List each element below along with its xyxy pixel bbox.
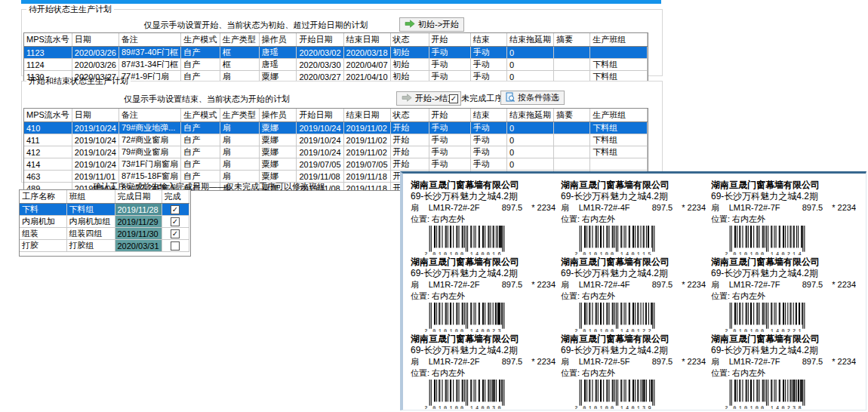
table-row[interactable]: 内扇机加内扇机加组2019/11/29✓ bbox=[20, 216, 189, 228]
table-row[interactable]: 4122019/10/2479#商业窗扇自产扇粟娜2019/10/242019/… bbox=[24, 146, 648, 158]
column-header[interactable]: 结束日期 bbox=[343, 109, 390, 122]
column-header[interactable]: 生产班组 bbox=[590, 109, 648, 122]
svg-text:1: 1 bbox=[589, 405, 592, 409]
svg-text:0: 0 bbox=[444, 328, 447, 332]
column-header[interactable]: 完成日期 bbox=[115, 190, 162, 204]
column-header[interactable]: 生产类型 bbox=[220, 109, 259, 122]
table-row[interactable]: 组装组装四组2019/11/30✓ bbox=[20, 228, 189, 240]
width-value: 897.5 bbox=[802, 202, 833, 214]
column-header[interactable]: 生产模式 bbox=[181, 109, 220, 122]
column-header[interactable]: 完成 bbox=[162, 190, 189, 204]
table-cell: 2019/10/24 bbox=[72, 122, 119, 134]
table-cell: 框 bbox=[220, 47, 259, 59]
svg-text:0: 0 bbox=[460, 405, 463, 409]
table-row[interactable]: 11232020/03/2689#37-40F门框自产框唐瑶2020/03/02… bbox=[24, 47, 648, 59]
location-line: 位置: 右内左外 bbox=[711, 367, 856, 379]
model-code: LM1R-72#-5F bbox=[579, 356, 652, 367]
column-header[interactable]: 结束拖延期 bbox=[506, 33, 553, 47]
table-cell bbox=[553, 134, 589, 146]
column-header[interactable]: 摘要 bbox=[553, 109, 589, 122]
svg-text:1: 1 bbox=[771, 405, 774, 409]
table-cell: 1123 bbox=[24, 47, 72, 59]
svg-text:1: 1 bbox=[492, 251, 495, 255]
column-header[interactable]: 开始 bbox=[429, 33, 470, 47]
svg-text:0: 0 bbox=[611, 328, 614, 332]
table-cell: 2020/03/30 bbox=[297, 59, 343, 71]
checkbox-icon[interactable]: ✓ bbox=[171, 229, 180, 238]
svg-text:2: 2 bbox=[424, 405, 427, 409]
done-cell[interactable] bbox=[162, 240, 189, 252]
initial-to-start-button[interactable]: 初始->开始 bbox=[399, 17, 464, 32]
svg-text:0: 0 bbox=[605, 328, 608, 332]
svg-text:0: 0 bbox=[756, 328, 759, 332]
column-header[interactable]: 开始日期 bbox=[297, 33, 343, 47]
column-header[interactable]: 班组 bbox=[66, 190, 115, 204]
table-row[interactable]: 打胶打胶组2020/03/31 bbox=[20, 240, 189, 252]
column-header[interactable]: 开始日期 bbox=[297, 109, 343, 122]
table-cell: 扇 bbox=[220, 158, 259, 171]
svg-text:0: 0 bbox=[594, 251, 597, 255]
column-header[interactable]: 日期 bbox=[72, 109, 119, 122]
checkbox-icon[interactable]: ✓ bbox=[449, 94, 458, 103]
count-value: * 2234 bbox=[682, 279, 706, 291]
column-header[interactable]: 状态 bbox=[390, 33, 429, 47]
table-row[interactable]: 4142019/10/2473#1F门扇窗扇自产扇粟娜2019/07/05201… bbox=[24, 158, 648, 171]
table-cell: 2019/07/05 bbox=[343, 158, 390, 171]
column-header[interactable]: 备注 bbox=[119, 33, 180, 47]
project-name: 69-长沙万科魅力之城4.2期 bbox=[411, 191, 556, 202]
table-row[interactable]: 4112019/10/2472#商业窗扇自产扇粟娜2019/10/242019/… bbox=[24, 134, 648, 146]
table-row[interactable]: 下料下料组2019/11/28✓ bbox=[20, 204, 189, 216]
svg-text:1: 1 bbox=[449, 251, 452, 255]
done-cell[interactable]: ✓ bbox=[162, 204, 189, 216]
checkbox-icon[interactable]: ✓ bbox=[171, 217, 180, 226]
svg-text:1: 1 bbox=[439, 251, 442, 255]
count-value: * 2234 bbox=[832, 279, 856, 291]
column-header[interactable]: 备注 bbox=[119, 109, 180, 122]
svg-text:0: 0 bbox=[761, 405, 764, 409]
company-name: 湖南亘晟门窗幕墙有限公司 bbox=[561, 180, 706, 191]
svg-text:4: 4 bbox=[476, 251, 479, 255]
table-row[interactable]: 4102019/10/2479#商业地弹...自产扇粟娜2019/10/2420… bbox=[24, 122, 648, 134]
column-header[interactable]: 结束拖延期 bbox=[506, 109, 553, 122]
svg-text:1: 1 bbox=[739, 251, 742, 255]
column-header[interactable]: 结束日期 bbox=[343, 33, 390, 47]
table-cell: 73#1F门扇窗扇 bbox=[119, 158, 180, 171]
table-cell: 自产 bbox=[181, 158, 220, 171]
column-header[interactable]: 摘要 bbox=[553, 33, 589, 47]
table-cell: 开始 bbox=[390, 134, 429, 146]
table-cell: 412 bbox=[24, 146, 72, 158]
column-header[interactable]: 状态 bbox=[390, 109, 429, 122]
table-cell: 开始 bbox=[390, 158, 429, 171]
column-header[interactable]: MPS流水号 bbox=[24, 33, 72, 47]
column-header[interactable]: 工序名称 bbox=[20, 190, 66, 204]
barcode-label: 湖南亘晟门窗幕墙有限公司69-长沙万科魅力之城4.2期扇LM1R-72#-7F8… bbox=[711, 334, 856, 409]
table-cell: 自产 bbox=[181, 146, 220, 158]
done-cell[interactable]: ✓ bbox=[162, 216, 189, 228]
column-header[interactable]: 操作员 bbox=[259, 33, 297, 47]
column-header[interactable]: 结束 bbox=[470, 33, 506, 47]
svg-text:4: 4 bbox=[776, 405, 779, 409]
column-header[interactable]: MPS流水号 bbox=[24, 109, 72, 122]
svg-text:1: 1 bbox=[439, 328, 442, 332]
column-header[interactable]: 操作员 bbox=[259, 109, 297, 122]
project-name: 69-长沙万科魅力之城4.2期 bbox=[411, 345, 556, 356]
checkbox-icon[interactable]: ✓ bbox=[171, 205, 180, 214]
unfinished-process-checkbox[interactable]: ✓ 未完成工序 bbox=[449, 93, 503, 104]
column-header[interactable]: 结束 bbox=[470, 109, 506, 122]
column-header[interactable]: 日期 bbox=[72, 33, 119, 47]
column-header[interactable]: 生产模式 bbox=[181, 33, 220, 47]
svg-text:0: 0 bbox=[455, 405, 458, 409]
svg-text:1: 1 bbox=[798, 328, 801, 332]
svg-text:0: 0 bbox=[444, 251, 447, 255]
width-value: 897.5 bbox=[502, 356, 532, 367]
done-cell[interactable]: ✓ bbox=[162, 228, 189, 240]
table-row[interactable]: 11242020/03/2687#31-34F门框自产框唐瑶2020/03/30… bbox=[24, 59, 648, 71]
checkbox-icon[interactable] bbox=[171, 241, 180, 251]
process-grid[interactable]: 工序名称班组完成日期完成下料下料组2019/11/28✓内扇机加内扇机加组201… bbox=[19, 189, 191, 257]
column-header[interactable]: 开始 bbox=[429, 109, 470, 122]
filter-by-condition-button[interactable]: 按条件筛选 bbox=[500, 91, 565, 105]
svg-text:0: 0 bbox=[455, 251, 458, 255]
barcode-image: 2010100140023 bbox=[421, 303, 556, 332]
column-header[interactable]: 生产类型 bbox=[220, 33, 259, 47]
column-header[interactable]: 生产班组 bbox=[590, 33, 648, 47]
